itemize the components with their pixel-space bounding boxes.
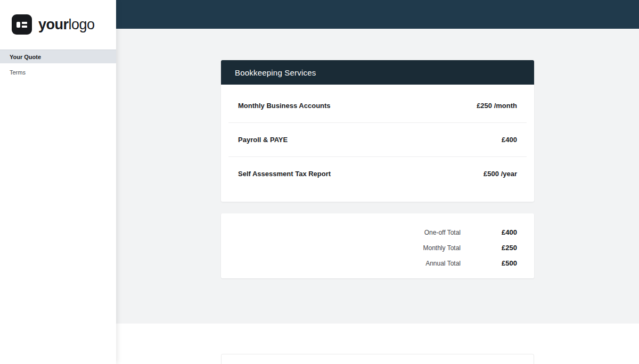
item-price: £500 /year — [484, 170, 517, 178]
sidebar-item-label: Terms — [10, 69, 26, 76]
total-label: Monthly Total — [423, 244, 461, 252]
logo-icon — [12, 14, 32, 35]
total-row: One-off Total £400 — [238, 225, 517, 240]
total-row: Annual Total £500 — [238, 255, 517, 271]
quote-line-item: Payroll & PAYE £400 — [221, 123, 534, 156]
logo-text-bold: your — [38, 16, 69, 32]
item-price: £250 /month — [477, 102, 517, 110]
quote-card-header: Bookkeeping Services — [221, 60, 534, 85]
sidebar-nav: Your Quote Terms — [0, 49, 116, 79]
total-label: Annual Total — [425, 260, 461, 267]
quote-card: Bookkeeping Services Monthly Business Ac… — [221, 60, 534, 202]
total-row: Monthly Total £250 — [238, 240, 517, 255]
sidebar-item-label: Your Quote — [10, 54, 41, 60]
item-price: £400 — [502, 136, 517, 144]
sidebar-item-your-quote[interactable]: Your Quote — [0, 49, 116, 63]
total-value: £500 — [461, 259, 517, 267]
total-value: £400 — [461, 228, 517, 236]
quote-line-item: Monthly Business Accounts £250 /month — [221, 89, 534, 122]
total-label: One-off Total — [424, 229, 461, 236]
sidebar-item-terms[interactable]: Terms — [0, 65, 116, 79]
item-name: Monthly Business Accounts — [238, 102, 331, 110]
top-bar — [116, 0, 639, 29]
item-name: Self Assessment Tax Report — [238, 170, 331, 178]
logo: yourlogo — [0, 0, 116, 35]
quote-card-title: Bookkeeping Services — [235, 68, 316, 77]
item-name: Payroll & PAYE — [238, 136, 288, 144]
logo-text: yourlogo — [38, 18, 95, 32]
sidebar: yourlogo Your Quote Terms — [0, 0, 116, 364]
quote-card-body: Monthly Business Accounts £250 /month Pa… — [221, 85, 534, 202]
next-section-card — [221, 354, 534, 364]
logo-text-regular: logo — [69, 16, 95, 32]
totals-card: One-off Total £400 Monthly Total £250 An… — [221, 213, 534, 278]
quote-line-item: Self Assessment Tax Report £500 /year — [221, 157, 534, 191]
total-value: £250 — [461, 244, 517, 252]
